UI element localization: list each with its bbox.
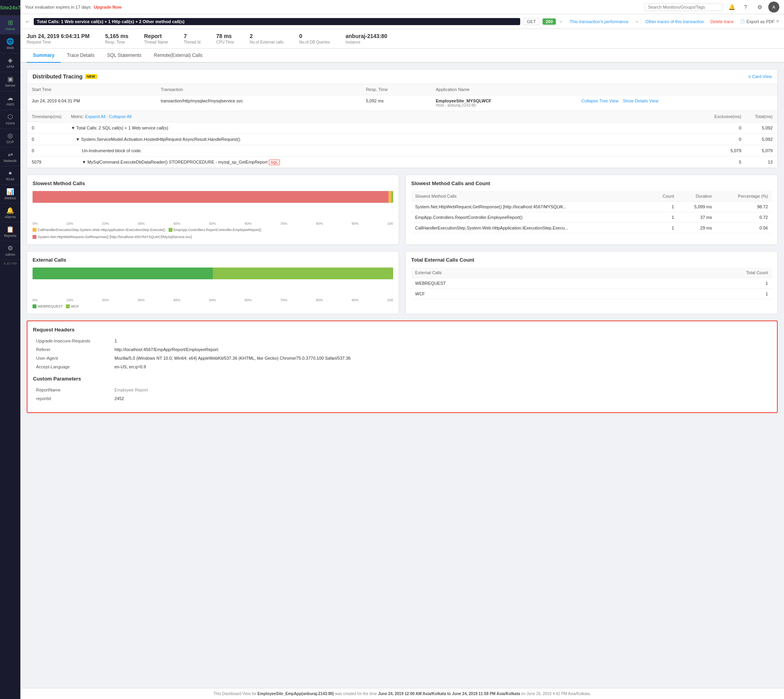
legend-wcf: WCF bbox=[66, 304, 79, 308]
method-count-row-1: EmpApp.Controllers.ReportController.Empl… bbox=[411, 212, 772, 223]
sidebar-label-alarms: Alarms bbox=[5, 215, 16, 219]
legend-label-yellow: CallHandlerExecutionStep.System.Web.Http… bbox=[38, 228, 165, 232]
sidebar-item-azure[interactable]: ⬡ Azure bbox=[0, 110, 20, 129]
method-calls-table: Timestamp(ms) Metric: Expand All | Colla… bbox=[27, 111, 777, 168]
show-details-btn[interactable]: Show Details View bbox=[623, 98, 659, 103]
stat-external-calls-value: 2 bbox=[250, 33, 283, 39]
help-icon[interactable]: ? bbox=[740, 2, 751, 13]
sidebar-label-server: Server bbox=[5, 84, 16, 87]
trace-start-time: Jun 24, 2019 6:04:31 PM bbox=[27, 95, 156, 111]
notifications-icon[interactable]: 🔔 bbox=[726, 2, 737, 13]
export-label: Export as PDF bbox=[746, 19, 775, 24]
expand-all-link[interactable]: Expand All bbox=[85, 114, 105, 119]
delete-trace-link[interactable]: Delete trace bbox=[710, 19, 733, 24]
card-view-button[interactable]: ≡ Card View bbox=[748, 74, 772, 79]
sidebar-item-metrics[interactable]: 📊 Metrics bbox=[0, 185, 20, 204]
trace-table: Start Time Transaction Resp. Time Applic… bbox=[27, 84, 777, 111]
request-headers-title: Request Headers bbox=[33, 327, 771, 333]
external-calls-title: External Calls bbox=[33, 257, 393, 263]
req-row-useragent: User-Agent Mozilla/5.0 (Windows NT 10.0;… bbox=[33, 354, 771, 362]
sidebar-label-network: Network bbox=[4, 159, 16, 163]
request-headers-card: Request Headers Upgrade-Insecure-Request… bbox=[27, 320, 778, 413]
param-key-reportid: reportId bbox=[33, 394, 111, 403]
slowest-method-table: Slowest Method Calls Count Duration Perc… bbox=[411, 191, 772, 233]
settings-icon[interactable]: ⚙ bbox=[754, 2, 765, 13]
trace-row: Jun 24, 2019 6:04:31 PM transaction/http… bbox=[27, 95, 777, 111]
total-2: 5,079 bbox=[746, 145, 777, 157]
ts-0: 0 bbox=[27, 122, 66, 134]
bar-olive bbox=[391, 191, 393, 203]
sidebar-item-aws[interactable]: ☁ AWS bbox=[0, 91, 20, 110]
ext-row-webrequest: WEBREQUEST 1 bbox=[411, 278, 772, 289]
bar-webrequest bbox=[33, 268, 213, 279]
sidebar-label-admin: Admin bbox=[5, 253, 15, 257]
distributed-tracing-label: Distributed Tracing bbox=[33, 73, 83, 80]
req-row-referer: Referer http://localhost:4567/EmpApp/Rep… bbox=[33, 345, 771, 354]
collapse-tree-btn[interactable]: Collapse Tree View bbox=[581, 98, 619, 103]
excl-3: 5 bbox=[699, 157, 746, 168]
ext-name-1: WCF bbox=[411, 289, 615, 299]
new-badge: NEW bbox=[85, 74, 97, 79]
sidebar-item-alarms[interactable]: 🔔 Alarms bbox=[0, 204, 20, 222]
charts-row: Slowest Method Calls 0% 10% 20% 30% bbox=[27, 175, 778, 245]
req-val-referer: http://localhost:4567/EmpApp/Report/Empl… bbox=[111, 345, 771, 354]
tab-summary[interactable]: Summary bbox=[27, 49, 61, 63]
custom-params-table: ReportName Employee Report reportId 2452 bbox=[33, 386, 771, 403]
req-row-acceptlang: Accept-Language en-US, en;q=0.9 bbox=[33, 362, 771, 371]
sidebar: Site24x7 ⊞ Home 🌐 Web ◈ APM ▣ Server ☁ A… bbox=[0, 0, 20, 699]
alarms-icon: 🔔 bbox=[6, 207, 14, 214]
method-count-row-0: System.Net.HttpWebRequest.GetResponse() … bbox=[411, 202, 772, 212]
stat-cpu-time-value: 78 ms bbox=[216, 33, 234, 39]
sidebar-item-gcp[interactable]: ◎ GCP bbox=[0, 129, 20, 147]
stat-thread-name: Report Thread Name bbox=[144, 33, 168, 44]
export-icon: 📄 bbox=[740, 19, 745, 24]
sidebar-item-rum[interactable]: ● RUM bbox=[0, 166, 20, 185]
method-pct-2: 0.56 bbox=[716, 223, 772, 233]
stat-cpu-time: 78 ms CPU Time bbox=[216, 33, 234, 44]
trace-resp-time: 5,092 ms bbox=[361, 95, 431, 111]
external-bar-chart bbox=[33, 268, 393, 295]
close-icon[interactable]: ✕ bbox=[776, 19, 779, 24]
stat-thread-id: 7 Thread Id bbox=[184, 33, 201, 44]
content-area: Distributed Tracing NEW ≡ Card View Star… bbox=[20, 63, 784, 688]
sidebar-item-web[interactable]: 🌐 Web bbox=[0, 35, 20, 53]
sidebar-item-server[interactable]: ▣ Server bbox=[0, 72, 20, 91]
method-count-0: 1 bbox=[650, 202, 678, 212]
stat-db-queries-value: 0 bbox=[299, 33, 330, 39]
tab-remote-calls[interactable]: Remote(External) Calls bbox=[148, 49, 209, 63]
back-button[interactable]: ← bbox=[25, 18, 31, 25]
tab-sql-statements[interactable]: SQL Statements bbox=[101, 49, 148, 63]
legend-dot-red bbox=[33, 235, 36, 239]
sidebar-item-home[interactable]: ⊞ Home bbox=[0, 16, 20, 35]
sql-badge: SQL bbox=[269, 160, 280, 165]
distributed-tracing-card: Distributed Tracing NEW ≡ Card View Star… bbox=[27, 69, 778, 168]
tabs-bar: Summary Trace Details SQL Statements Rem… bbox=[20, 49, 784, 63]
total-1: 5,092 bbox=[746, 134, 777, 145]
stat-thread-id-value: 7 bbox=[184, 33, 201, 39]
tab-trace-details[interactable]: Trace Details bbox=[61, 49, 101, 63]
gcp-icon: ◎ bbox=[7, 132, 13, 139]
col-exclusive: Exclusive(ms) bbox=[699, 111, 746, 122]
legend-red: System.Net.HttpWebRequest.GetResponse() … bbox=[33, 235, 192, 239]
performance-link[interactable]: This transaction's performance bbox=[570, 19, 628, 24]
sidebar-item-apm[interactable]: ◈ APM bbox=[0, 53, 20, 72]
col-transaction: Transaction bbox=[156, 84, 361, 95]
other-traces-link[interactable]: Other traces of this transaction bbox=[645, 19, 704, 24]
stat-db-queries-label: No.of.DB Queries bbox=[299, 40, 330, 44]
status-badge: 200 bbox=[543, 18, 556, 25]
aws-icon: ☁ bbox=[7, 94, 13, 102]
stat-thread-id-label: Thread Id bbox=[184, 40, 201, 44]
avatar[interactable]: A bbox=[768, 2, 779, 13]
legend-webrequest: WEBREQUEST bbox=[33, 304, 63, 308]
method-name-1: EmpApp.Controllers.ReportController.Empl… bbox=[411, 212, 650, 223]
export-pdf-link[interactable]: 📄 Export as PDF ✕ bbox=[740, 19, 779, 24]
method-name-2: CallHandlerExecutionStep.System.Web.Http… bbox=[411, 223, 650, 233]
upgrade-link[interactable]: Upgrade Now bbox=[94, 5, 122, 9]
collapse-all-link[interactable]: Collapse All bbox=[109, 114, 131, 119]
sidebar-item-reports[interactable]: 📋 Reports bbox=[0, 222, 20, 241]
method-row-3: 5079 ▼ MySqlCommand.ExecuteDbDataReader(… bbox=[27, 157, 777, 168]
bar-red bbox=[33, 191, 388, 203]
sidebar-item-network[interactable]: ⇌ Network bbox=[0, 147, 20, 166]
sidebar-item-admin[interactable]: ⚙ Admin bbox=[0, 241, 20, 260]
search-input[interactable] bbox=[644, 3, 723, 11]
